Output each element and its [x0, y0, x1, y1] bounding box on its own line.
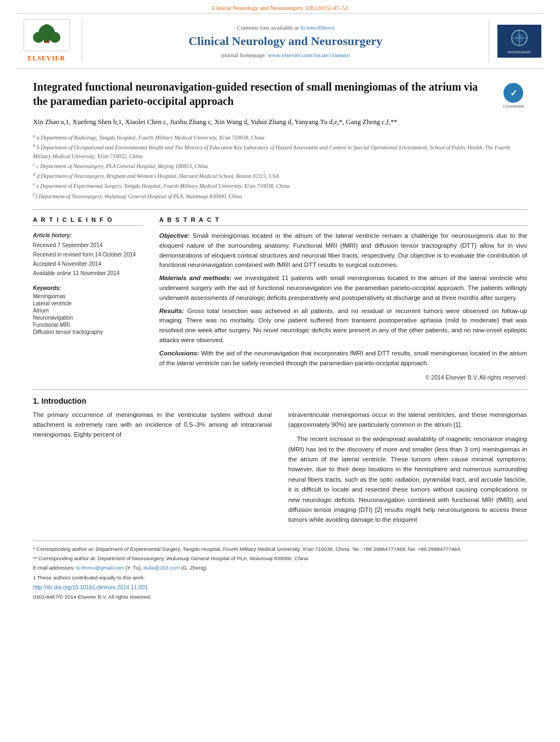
- abstract-results: Results: Gross total resection was achie…: [159, 306, 527, 345]
- footnote-corresponding1: * Corresponding author at: Department of…: [33, 545, 527, 553]
- affiliation-a: a a Department of Radiology, Tangdu Hosp…: [33, 133, 527, 142]
- intro-p1: The primary occurrence of meningiomas in…: [33, 410, 272, 440]
- svg-point-3: [33, 32, 44, 43]
- svg-point-4: [49, 32, 60, 43]
- intro-col2-p2: The recent increase in the widespread av…: [288, 434, 527, 525]
- keyword-5: Functional MRI: [33, 322, 143, 328]
- contents-available: Contents lists available at ScienceDirec…: [93, 24, 478, 31]
- article-body: Integrated functional neuronavigation-gu…: [0, 69, 560, 612]
- revised-date: Received in revised form 14 October 2014: [33, 250, 143, 259]
- doi-link[interactable]: http://dx.doi.org/10.1016/j.clineuro.201…: [33, 584, 148, 590]
- history-label: Article history:: [33, 231, 143, 239]
- authors-line: Xin Zhao a,1, Xuefeng Shen b,1, Xiaolei …: [33, 116, 527, 127]
- accepted-date: Accepted 4 November 2014: [33, 260, 143, 268]
- divider-1: [33, 209, 527, 210]
- doi-line: http://dx.doi.org/10.1016/j.clineuro.201…: [33, 583, 527, 592]
- affiliations-block: a a Department of Radiology, Tangdu Hosp…: [33, 133, 527, 200]
- elsevier-logo-section: ELSEVIER: [16, 19, 82, 63]
- available-date: Available online 11 November 2014: [33, 269, 143, 277]
- header-citation: Clinical Neurology and Neurosurgery 128 …: [0, 0, 560, 13]
- footnote-equal-contrib: 1 These authors contributed equally to t…: [33, 574, 527, 582]
- footer-copyright: 0303-8467/© 2014 Elsevier B.V. All right…: [33, 593, 527, 601]
- crossmark-icon[interactable]: ✓: [502, 82, 524, 104]
- affiliation-c: c c Department of Neurosurgery, PLA Gene…: [33, 161, 527, 170]
- affiliation-f: f f Department of Neurosurgery, Wulumuqi…: [33, 192, 527, 200]
- email2-link[interactable]: dulla@163.com: [143, 565, 180, 571]
- journal-homepage-link[interactable]: www.elsevier.com/locate/clineuro: [268, 52, 350, 58]
- keyword-6: Diffusion tensor tractography: [33, 329, 143, 335]
- email1-link[interactable]: tu.fmmu@gmail.com: [76, 565, 124, 571]
- header-center: Contents lists available at ScienceDirec…: [82, 19, 489, 63]
- keyword-1: Meningiomas: [33, 293, 143, 299]
- abstract-objective: Objective: Small meningiomas located in …: [159, 231, 527, 270]
- article-info-header: A R T I C L E I N F O: [33, 216, 143, 226]
- crossmark-section: ✓ CrossMark: [500, 82, 527, 109]
- article-info-column: A R T I C L E I N F O Article history: R…: [33, 216, 143, 381]
- journal-homepage: journal homepage: www.elsevier.com/locat…: [93, 52, 478, 58]
- elsevier-logo-box: [24, 19, 70, 51]
- divider-2: [33, 389, 527, 390]
- keywords-label: Keywords:: [33, 285, 143, 291]
- intro-col2-p1: intraventricular meningiomas occur in th…: [288, 410, 527, 430]
- abstract-text: Objective: Small meningiomas located in …: [159, 231, 527, 369]
- affiliation-b: b b Department of Occupational and Envir…: [33, 143, 527, 160]
- section-1-title: 1. Introduction: [33, 397, 527, 405]
- received-date: Received 7 September 2014: [33, 241, 143, 249]
- journal-logo-section: NEUROSURGERY: [489, 19, 544, 63]
- keyword-2: Lateral ventricle: [33, 300, 143, 306]
- abstract-header: A B S T R A C T: [159, 216, 527, 226]
- article-title-section: Integrated functional neuronavigation-gu…: [33, 80, 527, 109]
- intro-col-right: intraventricular meningiomas occur in th…: [288, 410, 527, 529]
- article-title: Integrated functional neuronavigation-gu…: [33, 80, 500, 108]
- abstract-methods: Materials and methods: we investigated 1…: [159, 274, 527, 303]
- intro-two-col: The primary occurrence of meningiomas in…: [33, 410, 527, 529]
- keyword-3: Atrium: [33, 308, 143, 314]
- info-abstract-section: A R T I C L E I N F O Article history: R…: [33, 216, 527, 381]
- intro-col-left: The primary occurrence of meningiomas in…: [33, 410, 272, 529]
- abstract-column: A B S T R A C T Objective: Small meningi…: [159, 216, 527, 381]
- header-main: ELSEVIER Contents lists available at Sci…: [16, 13, 544, 69]
- journal-logo-icon: NEUROSURGERY: [503, 26, 536, 56]
- svg-text:✓: ✓: [510, 88, 517, 98]
- article-history-block: Article history: Received 7 September 20…: [33, 231, 143, 277]
- footnote-area: * Corresponding author at: Department of…: [33, 540, 527, 601]
- journal-logo-box: NEUROSURGERY: [497, 25, 541, 58]
- svg-text:NEUROSURGERY: NEUROSURGERY: [507, 51, 531, 54]
- keyword-4: Neuronavigation: [33, 315, 143, 321]
- abstract-copyright: © 2014 Elsevier B.V. All rights reserved…: [159, 374, 527, 381]
- journal-title: Clinical Neurology and Neurosurgery: [93, 34, 478, 48]
- affiliation-e: e e Department of Experimental Surgery, …: [33, 181, 527, 190]
- footnote-email: E-mail addresses: tu.fmmu@gmail.com (Y. …: [33, 564, 527, 572]
- svg-point-5: [42, 24, 51, 33]
- affiliation-d: d d Department of Neurosurgery, Brigham …: [33, 171, 527, 180]
- elsevier-tree-icon: [27, 22, 66, 47]
- abstract-conclusions: Conclusions: With the aid of the neurona…: [159, 349, 527, 369]
- keywords-block: Keywords: Meningiomas Lateral ventricle …: [33, 285, 143, 335]
- elsevier-wordmark: ELSEVIER: [27, 54, 65, 63]
- page: Clinical Neurology and Neurosurgery 128 …: [0, 0, 560, 742]
- footnote-corresponding2: ** Corresponding author at: Department o…: [33, 555, 527, 562]
- sciencedirect-link[interactable]: ScienceDirect: [300, 24, 334, 31]
- introduction-section: 1. Introduction The primary occurrence o…: [33, 397, 527, 529]
